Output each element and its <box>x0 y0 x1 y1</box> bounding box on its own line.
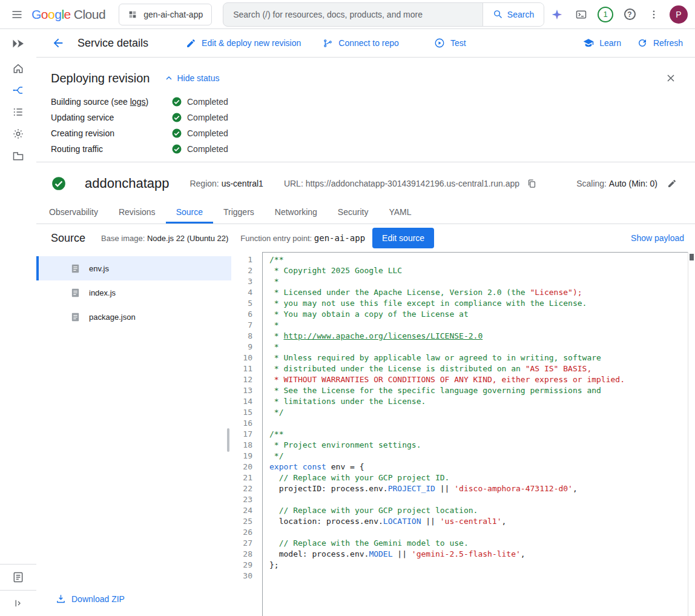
file-item-package-json[interactable]: package.json <box>36 305 231 329</box>
tab-networking[interactable]: Networking <box>265 202 328 224</box>
code-editor: 1234567891011121314151617181920212223242… <box>231 252 695 616</box>
file-icon <box>70 263 81 274</box>
download-zip-label: Download ZIP <box>71 594 125 604</box>
refresh-button[interactable]: Refresh <box>637 38 683 48</box>
tab-triggers[interactable]: Triggers <box>213 202 265 224</box>
service-region: Region: us-central1 <box>189 179 263 188</box>
pencil-icon <box>186 38 196 48</box>
school-icon <box>583 38 594 48</box>
file-panel-scrollbar[interactable] <box>227 428 229 452</box>
step-label-suffix: ) <box>145 97 148 107</box>
entry-point: Function entry point: gen-ai-app <box>240 233 365 243</box>
arrow-back-icon <box>51 36 65 50</box>
kebab-icon <box>648 9 659 20</box>
deploy-step-row: Routing traffic Completed <box>51 144 680 154</box>
check-circle-icon <box>171 112 182 123</box>
more-options-button[interactable] <box>642 2 666 27</box>
entry-point-value: gen-ai-app <box>314 233 365 243</box>
hamburger-icon <box>11 8 23 21</box>
refresh-icon <box>637 38 648 48</box>
search-input[interactable] <box>223 3 483 26</box>
check-circle-icon <box>171 128 182 139</box>
test-button[interactable]: Test <box>434 38 466 48</box>
help-button[interactable]: ? <box>618 2 642 27</box>
google-cloud-logo: Google Cloud <box>31 7 105 22</box>
services-flow-icon <box>12 84 24 96</box>
collapse-panel-icon <box>13 598 24 609</box>
service-url-value: https://addonchatapp-301439142196.us-cen… <box>306 179 519 188</box>
step-label: Updating service <box>51 113 171 122</box>
cloud-wordmark: Cloud <box>74 7 105 22</box>
download-icon <box>56 594 66 604</box>
deploy-step-row: Updating service Completed <box>51 113 680 122</box>
file-tree-panel: env.js index.js package.json Download ZI… <box>36 252 231 616</box>
page-title: Service details <box>77 37 148 50</box>
hide-status-button[interactable]: Hide status <box>164 73 219 83</box>
check-circle-icon <box>171 144 182 154</box>
google-logo: Google <box>31 7 71 22</box>
deploy-panel-title: Deploying revision <box>51 71 150 85</box>
main-column: Service details Edit & deploy new revisi… <box>36 29 695 616</box>
source-body: env.js index.js package.json Download ZI… <box>36 252 695 616</box>
search-button[interactable]: Search <box>483 3 544 26</box>
project-selector[interactable]: gen-ai-chat-app <box>119 4 212 25</box>
step-status: Completed <box>187 113 228 122</box>
nav-services[interactable] <box>5 79 31 101</box>
gear-icon <box>12 128 24 140</box>
logs-link[interactable]: logs <box>130 97 146 107</box>
edit-deploy-button[interactable]: Edit & deploy new revision <box>186 38 301 48</box>
edit-deploy-label: Edit & deploy new revision <box>202 38 301 48</box>
service-toolbar: Service details Edit & deploy new revisi… <box>36 29 695 58</box>
file-icon <box>70 288 81 298</box>
service-header: addonchatapp Region: us-central1 URL: ht… <box>36 162 695 191</box>
file-item-index-js[interactable]: index.js <box>36 280 231 305</box>
nav-integrations[interactable] <box>5 123 31 145</box>
step-label: Building source (see <box>51 97 130 107</box>
tab-revisions[interactable]: Revisions <box>108 202 166 224</box>
refresh-label: Refresh <box>653 38 683 48</box>
release-notes-button[interactable] <box>5 565 31 590</box>
step-status: Completed <box>187 128 228 138</box>
edit-scaling-button[interactable] <box>666 177 678 190</box>
gemini-button[interactable] <box>545 2 569 27</box>
chevron-up-icon <box>164 73 174 83</box>
expand-nav-button[interactable] <box>5 591 31 616</box>
nav-domain-mappings[interactable] <box>5 145 31 167</box>
tab-observability[interactable]: Observability <box>39 202 108 224</box>
download-zip-button[interactable]: Download ZIP <box>56 594 125 604</box>
nav-jobs[interactable] <box>5 101 31 123</box>
code-pane[interactable]: /** * Copyright 2025 Google LLC * * Lice… <box>262 252 688 616</box>
nav-home[interactable] <box>5 58 31 79</box>
show-payload-link[interactable]: Show payload <box>631 233 684 243</box>
file-item-env-js[interactable]: env.js <box>36 256 231 280</box>
copy-url-button[interactable] <box>525 177 538 190</box>
avatar[interactable]: P <box>670 5 688 24</box>
code-gutter: 1234567891011121314151617181920212223242… <box>231 252 262 616</box>
editor-scrollbar-thumb[interactable] <box>690 254 694 260</box>
close-panel-button[interactable] <box>661 68 680 88</box>
top-bar-actions: 1 ? P <box>545 2 691 27</box>
home-icon <box>12 62 24 75</box>
project-name: gen-ai-chat-app <box>143 10 203 19</box>
cloud-shell-button[interactable] <box>569 2 593 27</box>
edit-source-button[interactable]: Edit source <box>372 228 434 248</box>
back-button[interactable] <box>48 33 68 53</box>
service-status-check-icon <box>51 176 67 191</box>
deploy-steps: Building source (see logs) Completed Upd… <box>51 97 680 154</box>
service-scaling: Scaling: Auto (Min: 0) <box>576 177 678 190</box>
base-image: Base image: Node.js 22 (Ubuntu 22) <box>101 234 228 243</box>
connect-repo-button[interactable]: Connect to repo <box>323 38 399 48</box>
play-circle-icon <box>434 38 445 48</box>
file-icon <box>70 312 81 322</box>
step-label: Routing traffic <box>51 144 171 154</box>
notifications-button[interactable]: 1 <box>593 2 618 27</box>
tab-security[interactable]: Security <box>328 202 379 224</box>
tab-source[interactable]: Source <box>166 202 213 224</box>
editor-scrollbar[interactable] <box>688 252 695 616</box>
tab-yaml[interactable]: YAML <box>378 202 421 224</box>
global-search: Search <box>223 2 544 27</box>
file-name: env.js <box>89 264 109 273</box>
menu-button[interactable] <box>5 2 29 27</box>
deploy-status-panel: Deploying revision Hide status Building … <box>36 58 695 162</box>
learn-button[interactable]: Learn <box>583 38 621 48</box>
